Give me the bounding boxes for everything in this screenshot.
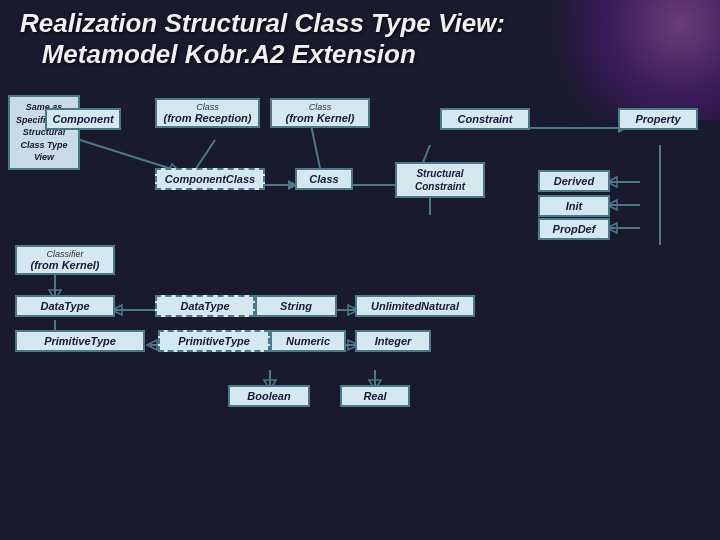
class-reception-header: Class <box>161 102 254 112</box>
boolean-box: Boolean <box>228 385 310 407</box>
datatype-name: DataType <box>22 300 108 312</box>
class-reception-sub: (from Reception) <box>161 112 254 124</box>
main-title: Realization Structural Class Type View: … <box>20 8 700 70</box>
constrained-element-text: constrainedElement <box>530 118 616 128</box>
svg-line-0 <box>80 140 175 170</box>
constraint-box: Constraint <box>440 108 530 130</box>
property-box: Property <box>618 108 698 130</box>
primitivetype-box: PrimitiveType <box>15 330 145 352</box>
same-as-label: Same as Specification Structural Class T… <box>8 95 80 170</box>
class-reception-box: Class (from Reception) <box>155 98 260 128</box>
init-box: Init <box>538 195 610 217</box>
class-kernel-sub: (from Kernel) <box>276 112 364 124</box>
init-name: Init <box>566 200 583 212</box>
numeric-box: Numeric <box>270 330 346 352</box>
class-kernel-box: Class (from Kernel) <box>270 98 370 128</box>
svg-line-2 <box>195 140 215 170</box>
derived-box: Derived <box>538 170 610 192</box>
integer-box: Integer <box>355 330 431 352</box>
boolean-name: Boolean <box>235 390 303 402</box>
diagram-area: Inv <box>0 90 720 540</box>
classifier-kernel-box: Classifier (from Kernel) <box>15 245 115 275</box>
propdef-name: PropDef <box>553 223 596 235</box>
component-class-box: ComponentClass <box>155 168 265 190</box>
svg-text:context: context <box>355 170 385 180</box>
property-name: Property <box>635 113 680 125</box>
integer-name: Integer <box>362 335 424 347</box>
constraint-name: Constraint <box>447 113 523 125</box>
title-area: Realization Structural Class Type View: … <box>20 8 700 70</box>
title-line2: Metamodel Kobr.A2 Extension <box>42 39 416 69</box>
primitivetype2-box: PrimitiveType <box>158 330 270 352</box>
title-line1: Realization Structural Class Type View: <box>20 8 505 38</box>
datatype2-name: DataType <box>162 300 248 312</box>
svg-marker-33 <box>147 340 157 350</box>
structural-constraint-box: Structural Constraint <box>395 162 485 198</box>
svg-text:Inv: Inv <box>423 216 439 227</box>
classifier-header: Classifier <box>21 249 109 259</box>
component-box: Component <box>45 108 121 130</box>
component-name: Component <box>52 113 114 125</box>
propdef-box: PropDef <box>538 218 610 240</box>
class-box: Class <box>295 168 353 190</box>
component-class-name: ComponentClass <box>162 173 258 185</box>
class-box-name: Class <box>302 173 346 185</box>
structural-line2: Constraint <box>402 180 478 193</box>
class-kernel-header: Class <box>276 102 364 112</box>
primitivetype2-name: PrimitiveType <box>165 335 263 347</box>
real-box: Real <box>340 385 410 407</box>
real-name: Real <box>347 390 403 402</box>
primitivetype-name: PrimitiveType <box>22 335 138 347</box>
svg-text:constrainedElement: constrainedElement <box>330 202 410 212</box>
unlimitednatural-name: UnlimitedNatural <box>362 300 468 312</box>
datatype-box: DataType <box>15 295 115 317</box>
numeric-name: Numeric <box>277 335 339 347</box>
derived-name: Derived <box>554 175 594 187</box>
classifier-sub: (from Kernel) <box>21 259 109 271</box>
structural-line1: Structural <box>402 167 478 180</box>
constrained-element-label: constrainedElement <box>530 118 616 128</box>
string-name: String <box>262 300 330 312</box>
datatype2-box: DataType <box>155 295 255 317</box>
string-box: String <box>255 295 337 317</box>
unlimitednatural-box: UnlimitedNatural <box>355 295 475 317</box>
